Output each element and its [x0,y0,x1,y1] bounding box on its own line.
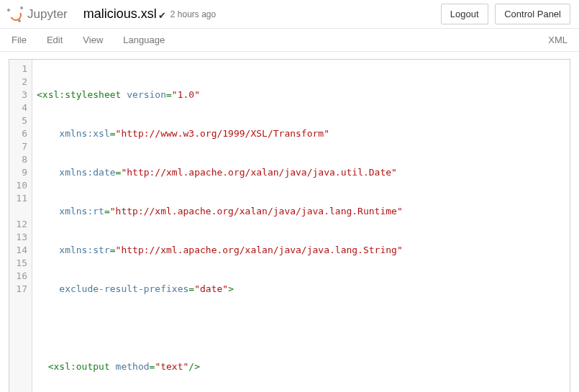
line-number: 6 [12,127,27,140]
line-number: 13 [12,231,27,244]
line-number: 12 [12,218,27,231]
line-number: 5 [12,114,27,127]
menu-file[interactable]: File [0,30,37,50]
code-line: xmlns:rt="http://xml.apache.org/xalan/ja… [37,205,565,218]
jupyter-logo[interactable]: Jupyter [7,6,76,22]
editor-mode-label[interactable]: XML [548,35,579,45]
menubar: File Edit View Language XML [0,29,579,52]
line-number: 14 [12,244,27,257]
code-line: <xsl:stylesheet version="1.0" [37,88,565,101]
code-editor[interactable]: 1 2 3 4 5 6 7 8 9 10 11 12 13 14 15 16 1… [9,59,570,392]
menu-view[interactable]: View [73,30,113,50]
header-buttons: Logout Control Panel [441,4,570,24]
code-line: xmlns:xsl="http://www.w3.org/1999/XSL/Tr… [37,127,565,140]
line-number: 10 [12,179,27,192]
editor-container: 1 2 3 4 5 6 7 8 9 10 11 12 13 14 15 16 1… [0,52,579,392]
jupyter-logo-icon [7,6,23,22]
line-number: 16 [12,270,27,283]
filename[interactable]: malicious.xsl [83,6,157,22]
save-indicator-icon: ✔ [158,10,166,21]
line-number: 17 [12,283,27,296]
line-number: 8 [12,153,27,166]
line-number: 4 [12,101,27,114]
line-number: 11 [12,192,27,218]
code-area[interactable]: <xsl:stylesheet version="1.0" xmlns:xsl=… [32,60,570,392]
line-number: 2 [12,76,27,88]
line-number: 15 [12,257,27,270]
jupyter-logo-text: Jupyter [27,7,68,22]
menu-language[interactable]: Language [113,30,175,50]
line-number-gutter: 1 2 3 4 5 6 7 8 9 10 11 12 13 14 15 16 1… [9,60,32,392]
code-line: <xsl:output method="text"/> [37,360,565,373]
line-number: 3 [12,88,27,101]
notebook-header: Jupyter malicious.xsl ✔ 2 hours ago Logo… [0,0,579,29]
code-line: xmlns:str="http://xml.apache.org/xalan/j… [37,244,565,257]
logout-button[interactable]: Logout [441,4,488,24]
line-number: 1 [12,63,27,76]
last-saved-timestamp: 2 hours ago [170,9,216,19]
code-line: exclude-result-prefixes="date"> [37,283,565,296]
control-panel-button[interactable]: Control Panel [495,4,570,24]
code-line: xmlns:date="http://xml.apache.org/xalan/… [37,166,565,179]
line-number: 7 [12,140,27,153]
menu-edit[interactable]: Edit [37,30,73,50]
line-number: 9 [12,166,27,179]
code-line [37,322,565,334]
